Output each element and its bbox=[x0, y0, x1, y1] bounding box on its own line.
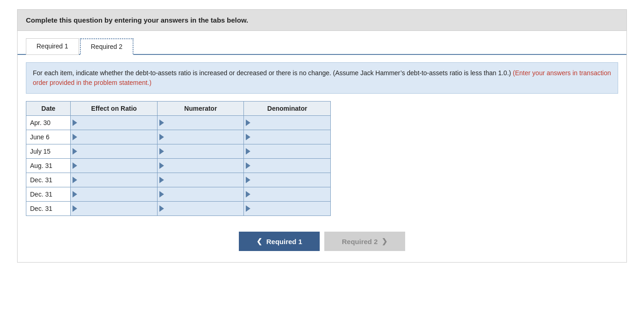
effect-cell-0[interactable] bbox=[71, 116, 158, 130]
effect-input-3[interactable] bbox=[74, 161, 153, 170]
table-row: Aug. 31 bbox=[26, 159, 331, 173]
effect-cell-3[interactable] bbox=[71, 159, 158, 173]
numerator-input-1[interactable] bbox=[161, 132, 240, 142]
arrow-icon bbox=[159, 177, 164, 183]
denominator-cell-0[interactable] bbox=[244, 116, 331, 130]
date-cell-0: Apr. 30 bbox=[26, 116, 71, 130]
content-area: For each item, indicate whether the debt… bbox=[18, 55, 626, 223]
denominator-input-4[interactable] bbox=[248, 175, 327, 185]
denominator-cell-2[interactable] bbox=[244, 144, 331, 159]
col-header-denominator: Denominator bbox=[244, 102, 331, 116]
effect-input-4[interactable] bbox=[74, 175, 153, 185]
description-box: For each item, indicate whether the debt… bbox=[26, 62, 618, 94]
numerator-cell-0[interactable] bbox=[157, 116, 244, 130]
date-cell-5: Dec. 31 bbox=[26, 187, 71, 202]
arrow-icon bbox=[246, 148, 250, 155]
numerator-input-6[interactable] bbox=[161, 204, 240, 213]
denominator-cell-5[interactable] bbox=[244, 187, 331, 202]
table-row: Dec. 31 bbox=[26, 202, 331, 216]
effect-cell-5[interactable] bbox=[71, 187, 158, 202]
effect-input-5[interactable] bbox=[74, 190, 153, 199]
col-header-effect: Effect on Ratio bbox=[71, 102, 158, 116]
table-row: Apr. 30 bbox=[26, 116, 331, 130]
date-cell-4: Dec. 31 bbox=[26, 173, 71, 187]
chevron-right-icon bbox=[382, 237, 388, 245]
arrow-icon bbox=[73, 191, 77, 197]
effect-input-2[interactable] bbox=[74, 147, 153, 156]
denominator-cell-4[interactable] bbox=[244, 173, 331, 187]
denominator-input-5[interactable] bbox=[248, 190, 327, 199]
numerator-input-3[interactable] bbox=[161, 161, 240, 170]
data-table: Date Effect on Ratio Numerator Denominat… bbox=[26, 101, 331, 216]
arrow-icon bbox=[159, 191, 164, 197]
chevron-left-icon bbox=[256, 237, 262, 245]
effect-cell-1[interactable] bbox=[71, 130, 158, 144]
numerator-cell-5[interactable] bbox=[157, 187, 244, 202]
btn-required1-label: Required 1 bbox=[266, 238, 302, 245]
table-row: Dec. 31 bbox=[26, 173, 331, 187]
denominator-cell-1[interactable] bbox=[244, 130, 331, 144]
effect-input-6[interactable] bbox=[74, 204, 153, 213]
denominator-input-0[interactable] bbox=[248, 118, 327, 127]
arrow-icon bbox=[159, 162, 164, 169]
tabs-area: Required 1 Required 2 bbox=[18, 31, 626, 55]
tab-required1-label: Required 1 bbox=[36, 42, 68, 50]
arrow-icon bbox=[73, 134, 77, 140]
arrow-icon bbox=[73, 148, 77, 155]
denominator-input-6[interactable] bbox=[248, 204, 327, 213]
btn-required2-label: Required 2 bbox=[342, 238, 378, 245]
arrow-icon bbox=[246, 191, 250, 197]
numerator-input-0[interactable] bbox=[161, 118, 240, 127]
arrow-icon bbox=[159, 120, 164, 126]
date-cell-1: June 6 bbox=[26, 130, 71, 144]
page-wrapper: Complete this question by entering your … bbox=[17, 9, 627, 263]
btn-required1[interactable]: Required 1 bbox=[239, 232, 320, 251]
arrow-icon bbox=[246, 162, 250, 169]
arrow-icon bbox=[246, 177, 250, 183]
denominator-input-1[interactable] bbox=[248, 132, 327, 142]
tab-required2-label: Required 2 bbox=[91, 43, 123, 50]
numerator-input-2[interactable] bbox=[161, 147, 240, 156]
instruction-banner: Complete this question by entering your … bbox=[18, 10, 626, 31]
table-row: July 15 bbox=[26, 144, 331, 159]
instruction-text: Complete this question by entering your … bbox=[26, 16, 248, 24]
effect-cell-2[interactable] bbox=[71, 144, 158, 159]
arrow-icon bbox=[73, 162, 77, 169]
description-normal: For each item, indicate whether the debt… bbox=[33, 69, 511, 77]
date-cell-6: Dec. 31 bbox=[26, 202, 71, 216]
denominator-input-2[interactable] bbox=[248, 147, 327, 156]
tab-required1[interactable]: Required 1 bbox=[26, 38, 79, 55]
col-header-numerator: Numerator bbox=[157, 102, 244, 116]
numerator-cell-3[interactable] bbox=[157, 159, 244, 173]
effect-input-1[interactable] bbox=[74, 132, 153, 142]
arrow-icon bbox=[159, 148, 164, 155]
table-row: Dec. 31 bbox=[26, 187, 331, 202]
bottom-nav: Required 1 Required 2 bbox=[18, 223, 626, 262]
arrow-icon bbox=[246, 120, 250, 126]
numerator-input-5[interactable] bbox=[161, 190, 240, 199]
arrow-icon bbox=[73, 120, 77, 126]
arrow-icon bbox=[159, 205, 164, 212]
col-header-date: Date bbox=[26, 102, 71, 116]
effect-cell-4[interactable] bbox=[71, 173, 158, 187]
denominator-input-3[interactable] bbox=[248, 161, 327, 170]
arrow-icon bbox=[73, 177, 77, 183]
tab-required2[interactable]: Required 2 bbox=[80, 38, 134, 55]
arrow-icon bbox=[159, 134, 164, 140]
denominator-cell-3[interactable] bbox=[244, 159, 331, 173]
numerator-cell-1[interactable] bbox=[157, 130, 244, 144]
table-header-row: Date Effect on Ratio Numerator Denominat… bbox=[26, 102, 331, 116]
arrow-icon bbox=[73, 205, 77, 212]
numerator-input-4[interactable] bbox=[161, 175, 240, 185]
arrow-icon bbox=[246, 134, 250, 140]
table-row: June 6 bbox=[26, 130, 331, 144]
arrow-icon bbox=[246, 205, 250, 212]
effect-input-0[interactable] bbox=[74, 118, 153, 127]
numerator-cell-4[interactable] bbox=[157, 173, 244, 187]
btn-required2[interactable]: Required 2 bbox=[324, 232, 405, 251]
denominator-cell-6[interactable] bbox=[244, 202, 331, 216]
numerator-cell-2[interactable] bbox=[157, 144, 244, 159]
numerator-cell-6[interactable] bbox=[157, 202, 244, 216]
date-cell-2: July 15 bbox=[26, 144, 71, 159]
effect-cell-6[interactable] bbox=[71, 202, 158, 216]
